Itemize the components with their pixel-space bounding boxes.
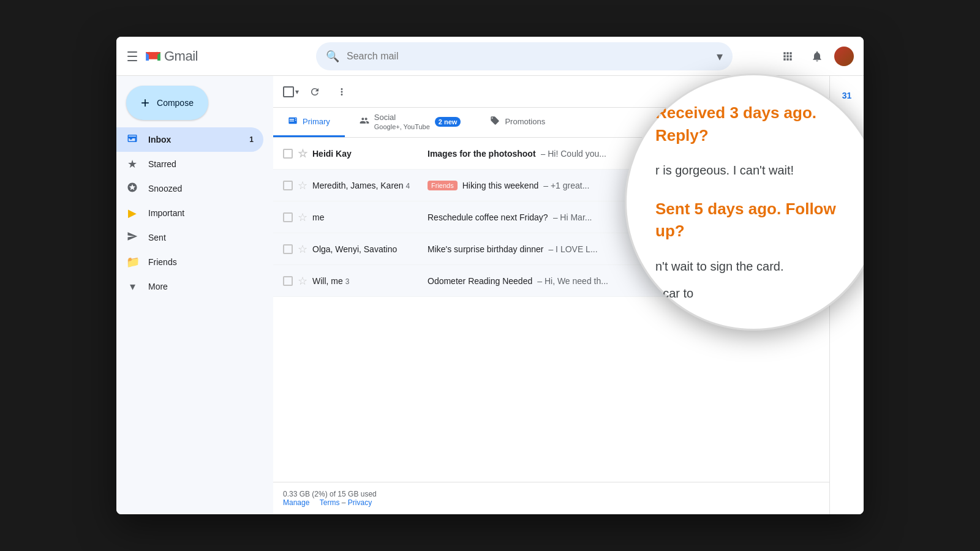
- star-button-2[interactable]: ☆: [298, 179, 307, 192]
- email-preview-3: – Hi Mar...: [553, 212, 592, 222]
- terms-link[interactable]: Terms: [320, 498, 340, 507]
- sent-label: Sent: [148, 233, 254, 242]
- tab-social[interactable]: Social Google+, YouTube 2 new: [345, 108, 476, 137]
- sidebar-item-more[interactable]: ▾ More: [116, 274, 263, 299]
- email-subject-3: Reschedule coffee next Friday?: [428, 212, 548, 222]
- inbox-icon: [126, 133, 138, 147]
- compose-label: Compose: [157, 98, 194, 108]
- calendar-side-icon[interactable]: 31: [835, 83, 859, 108]
- tab-primary[interactable]: Primary: [273, 108, 345, 137]
- tab-promotions[interactable]: Promotions: [475, 108, 560, 137]
- sidebar: + Compose Inbox 1 ★ Starred Snoozed: [116, 76, 273, 514]
- inbox-label: Inbox: [148, 135, 239, 144]
- magnifier-line-received: Received 3 days ago. Reply?: [655, 102, 851, 146]
- header-left: Gmail: [126, 48, 316, 65]
- avatar[interactable]: [834, 47, 854, 66]
- sender-name-5: Will, me 3: [312, 276, 423, 286]
- social-tab-content: Social Google+, YouTube: [374, 113, 430, 130]
- header-right: [775, 44, 854, 69]
- sidebar-item-sent[interactable]: Sent: [116, 225, 263, 250]
- sidebar-item-inbox[interactable]: Inbox 1: [116, 127, 263, 152]
- search-input[interactable]: [347, 51, 709, 62]
- snoozed-icon: [126, 182, 138, 196]
- primary-tab-icon: [288, 116, 298, 128]
- storage-info: 0.33 GB (2%) of 15 GB used: [283, 490, 377, 498]
- promotions-tab-icon: [490, 116, 500, 128]
- sidebar-item-friends[interactable]: 📁 Friends: [116, 250, 263, 274]
- star-button-1[interactable]: ☆: [298, 147, 307, 160]
- gmail-text: Gmail: [164, 48, 198, 64]
- email-preview-2: – +1 great...: [543, 181, 589, 190]
- snoozed-label: Snoozed: [148, 184, 254, 193]
- promotions-tab-label: Promotions: [505, 117, 545, 126]
- select-all-checkbox[interactable]: [283, 86, 294, 97]
- row-checkbox-3[interactable]: [283, 212, 293, 222]
- star-button-4[interactable]: ☆: [298, 242, 307, 256]
- sender-name-4: Olga, Wenyi, Savatino: [312, 244, 423, 254]
- friends-tag-2: Friends: [428, 181, 458, 190]
- avatar-image: [834, 47, 854, 66]
- footer-separator: –: [342, 498, 348, 507]
- magnifier-line-car: r car to: [655, 284, 851, 302]
- magnifier-line-card: n't wait to sign the card.: [655, 257, 851, 276]
- header: Gmail 🔍 ▾: [116, 37, 864, 76]
- notifications-icon-button[interactable]: [805, 44, 829, 69]
- sent-icon: [126, 231, 138, 245]
- apps-icon-button[interactable]: [775, 44, 800, 69]
- sidebar-item-snoozed[interactable]: Snoozed: [116, 176, 263, 201]
- compose-plus-icon: +: [141, 94, 149, 111]
- hamburger-icon[interactable]: [126, 50, 138, 62]
- email-subject-2: Hiking this weekend: [462, 181, 539, 190]
- important-label: Important: [148, 208, 254, 218]
- more-options-button[interactable]: [331, 81, 353, 103]
- inbox-badge: 1: [249, 135, 254, 144]
- social-tab-label: Social: [374, 113, 430, 122]
- more-label: More: [148, 282, 254, 291]
- sender-name-2: Meredith, James, Karen 4: [312, 181, 423, 190]
- row-checkbox-5[interactable]: [283, 276, 293, 286]
- social-tab-subtitle: Google+, YouTube: [374, 123, 430, 130]
- friends-icon: 📁: [126, 255, 138, 269]
- email-preview-5: – Hi, We need th...: [537, 276, 608, 286]
- sidebar-item-important[interactable]: ▶ Important: [116, 201, 263, 225]
- gmail-logo: Gmail: [145, 48, 198, 65]
- magnifier-line-gorgeous: r is gorgeous. I can't wait!: [655, 161, 851, 179]
- search-bar[interactable]: 🔍 ▾: [316, 42, 733, 70]
- search-dropdown-icon[interactable]: ▾: [717, 49, 723, 64]
- row-checkbox-2[interactable]: [283, 181, 293, 190]
- social-tab-icon: [360, 116, 369, 128]
- email-subject-4: Mike's surprise birthday dinner: [428, 244, 543, 254]
- email-preview-4: – I LOVE L...: [548, 244, 597, 254]
- privacy-link[interactable]: Privacy: [348, 498, 372, 507]
- email-subject-1: Images for the photoshoot: [428, 149, 536, 159]
- refresh-button[interactable]: [304, 81, 326, 103]
- row-checkbox-4[interactable]: [283, 244, 293, 254]
- sender-name-3: me: [312, 212, 423, 222]
- email-subject-5: Odometer Reading Needed: [428, 276, 532, 286]
- select-dropdown-icon[interactable]: ▾: [295, 88, 299, 96]
- sender-name-1: Heidi Kay: [312, 149, 423, 159]
- magnifier-line-sent: Sent 5 days ago. Follow up?: [655, 198, 851, 242]
- magnifier-content: Received 3 days ago. Reply? r is gorgeou…: [625, 77, 864, 327]
- sidebar-item-starred[interactable]: ★ Starred: [116, 152, 263, 176]
- social-new-badge: 2 new: [435, 117, 461, 127]
- compose-button[interactable]: + Compose: [126, 86, 208, 120]
- starred-icon: ★: [126, 157, 138, 171]
- primary-tab-label: Primary: [303, 117, 330, 126]
- friends-label: Friends: [148, 257, 254, 267]
- star-button-3[interactable]: ☆: [298, 211, 307, 224]
- star-button-5[interactable]: ☆: [298, 274, 307, 288]
- row-checkbox-1[interactable]: [283, 149, 293, 159]
- more-chevron-icon: ▾: [126, 280, 138, 293]
- starred-label: Starred: [148, 159, 254, 169]
- email-preview-1: – Hi! Could you...: [541, 149, 606, 159]
- important-icon: ▶: [126, 206, 138, 220]
- email-footer: 0.33 GB (2%) of 15 GB used Manage Terms …: [273, 482, 829, 514]
- manage-link[interactable]: Manage: [283, 498, 309, 507]
- gmail-m-icon: [145, 48, 162, 65]
- search-icon: 🔍: [326, 50, 339, 63]
